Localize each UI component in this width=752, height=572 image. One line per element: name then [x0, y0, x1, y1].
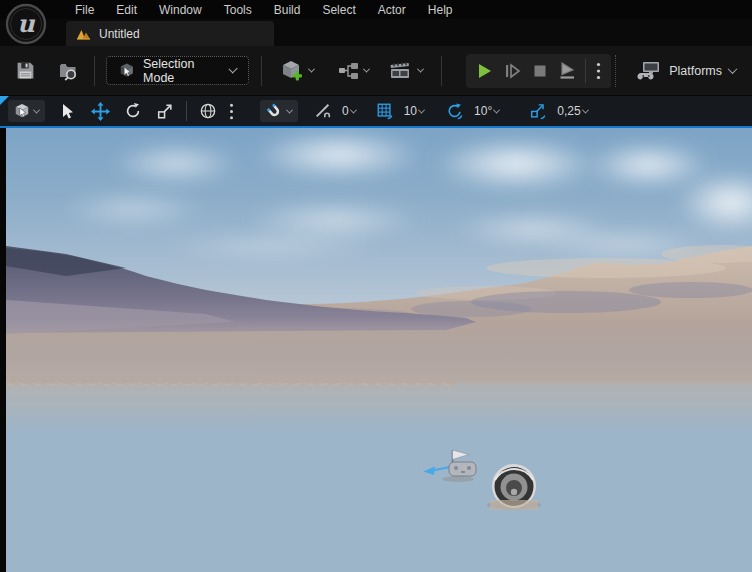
scale-snap-toggle[interactable]: [525, 100, 551, 122]
tab-label: Untitled: [99, 27, 140, 41]
camera-options-button[interactable]: [225, 100, 238, 122]
sphere-actor[interactable]: [487, 464, 541, 510]
move-tool-button[interactable]: [87, 100, 114, 122]
menu-bar: File Edit Window Tools Build Select Acto…: [0, 0, 752, 19]
rotate-tool-button[interactable]: [120, 100, 146, 122]
player-start-actor[interactable]: [423, 450, 476, 482]
unreal-engine-logo-icon[interactable]: u: [5, 3, 47, 45]
menu-actor[interactable]: Actor: [367, 3, 417, 17]
play-button[interactable]: [470, 57, 498, 85]
menu-file[interactable]: File: [64, 3, 105, 17]
chevron-down-icon: [33, 106, 40, 113]
blueprints-button[interactable]: [332, 55, 375, 87]
add-actor-icon: [280, 59, 304, 83]
platforms-dropdown[interactable]: Platforms: [611, 55, 740, 87]
chevron-down-icon: [308, 66, 315, 73]
snap-options-dropdown[interactable]: [260, 100, 298, 122]
viewport-toolbar-separator: [186, 101, 187, 121]
toolbar-separator: [441, 56, 442, 86]
blueprints-icon: [338, 61, 359, 81]
launch-icon: [557, 61, 579, 81]
menu-help[interactable]: Help: [417, 3, 464, 17]
rotate-icon: [124, 102, 142, 120]
select-tool-button[interactable]: [57, 100, 80, 122]
surface-snap-toggle[interactable]: [310, 100, 336, 122]
save-button[interactable]: [12, 56, 40, 86]
surface-snap-icon: [314, 102, 332, 120]
cinematics-icon: [389, 60, 413, 82]
chevron-down-icon: [286, 106, 293, 113]
chevron-down-icon: [363, 66, 370, 73]
toolbar-separator: [615, 55, 616, 87]
stop-icon: [530, 61, 550, 81]
grid-snap-icon: [376, 102, 394, 120]
viewport-corner-marker: [0, 96, 9, 105]
add-actor-button[interactable]: [274, 55, 320, 87]
frame-skip-button[interactable]: [498, 57, 526, 85]
platforms-icon: [637, 60, 662, 82]
rotation-snap-toggle[interactable]: [442, 100, 468, 122]
unreal-editor-window: u File Edit Window Tools Build Select Ac…: [0, 0, 752, 572]
chevron-down-icon[interactable]: [493, 106, 500, 113]
select-arrow-icon: [61, 103, 76, 120]
move-icon: [91, 102, 110, 121]
play-options-button[interactable]: [589, 57, 607, 85]
scale-snap-icon: [529, 102, 547, 120]
chevron-down-icon[interactable]: [582, 106, 589, 113]
chevron-down-icon[interactable]: [418, 106, 425, 113]
menu-tools[interactable]: Tools: [213, 3, 263, 17]
surface-snap-value[interactable]: 0: [342, 104, 349, 118]
play-icon: [474, 61, 494, 81]
toolbar-separator: [261, 56, 262, 86]
menu-edit[interactable]: Edit: [105, 3, 148, 17]
snap-magnet-icon: [266, 103, 283, 120]
find-in-content-browser-icon: [57, 60, 79, 82]
cinematics-button[interactable]: [383, 55, 429, 87]
more-options-icon: [596, 62, 601, 80]
menu-select[interactable]: Select: [311, 3, 366, 17]
level-viewport[interactable]: [6, 128, 752, 572]
chevron-down-icon[interactable]: [350, 106, 357, 113]
logo-glyph: u: [17, 9, 35, 38]
launch-button[interactable]: [554, 57, 582, 85]
rotation-snap-icon: [446, 102, 464, 120]
main-toolbar: Selection Mode: [0, 46, 752, 96]
transform-mode-dropdown[interactable]: [8, 100, 45, 122]
platforms-label: Platforms: [669, 64, 722, 78]
chevron-down-icon: [417, 66, 424, 73]
viewport-toolbar: 0 10 10°: [0, 96, 752, 126]
selection-mode-label: Selection Mode: [143, 57, 222, 85]
menu-build[interactable]: Build: [263, 3, 312, 17]
rotation-snap-value[interactable]: 10°: [474, 104, 492, 118]
viewport-actors: [6, 128, 752, 572]
selection-mode-cube-cursor-icon: [119, 62, 135, 79]
viewport-active-border: [0, 126, 752, 128]
scale-tool-button[interactable]: [152, 100, 178, 122]
world-space-icon: [199, 102, 217, 120]
camera-options-icon: [229, 103, 234, 120]
save-icon: [15, 60, 36, 81]
stop-button[interactable]: [526, 57, 554, 85]
world-space-toggle[interactable]: [195, 100, 221, 122]
scale-snap-value[interactable]: 0,25: [557, 104, 580, 118]
play-controls: [466, 54, 611, 88]
scale-icon: [156, 102, 174, 120]
transform-mode-icon: [14, 103, 30, 119]
play-group-separator: [585, 59, 586, 83]
find-in-content-browser-button[interactable]: [54, 56, 82, 86]
tab-bar: Untitled: [0, 19, 752, 46]
frame-skip-icon: [502, 61, 522, 81]
selection-mode-dropdown[interactable]: Selection Mode: [106, 56, 249, 85]
chevron-down-icon: [228, 64, 238, 74]
tab-untitled[interactable]: Untitled: [66, 21, 274, 46]
grid-snap-toggle[interactable]: [372, 100, 398, 122]
chevron-down-icon: [728, 64, 738, 74]
toolbar-separator: [94, 56, 95, 86]
menu-window[interactable]: Window: [148, 3, 213, 17]
grid-snap-value[interactable]: 10: [404, 104, 417, 118]
level-icon: [76, 27, 91, 40]
